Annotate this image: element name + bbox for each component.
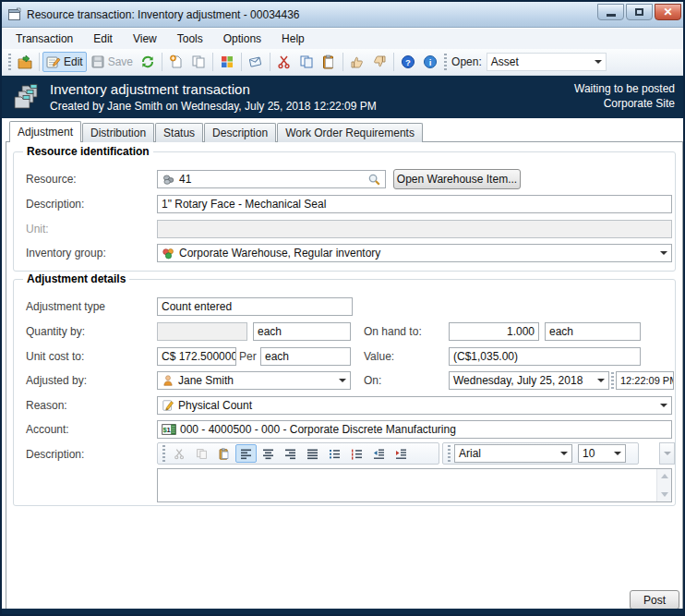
menu-view[interactable]: View (123, 30, 167, 48)
tab-status[interactable]: Status (155, 123, 203, 142)
toolbar-separator (162, 53, 162, 71)
increase-indent-button[interactable] (391, 444, 412, 463)
description-textarea[interactable] (157, 468, 672, 502)
scroll-down-icon[interactable] (657, 488, 671, 501)
open-transaction-button[interactable] (14, 52, 36, 72)
windows-button[interactable] (216, 52, 238, 72)
unit-cost-to-value: C$ 172.500000 (162, 350, 236, 363)
font-size-value: 10 (583, 447, 595, 460)
window-icon (7, 7, 22, 22)
app-window: Resource transaction: Inventory adjustme… (0, 0, 685, 616)
resource-value: 41 (179, 173, 191, 186)
edit-button[interactable]: Edit (42, 52, 87, 72)
new-document-icon (169, 54, 184, 69)
on-label: On: (364, 371, 381, 390)
unit-cost-to-field[interactable]: C$ 172.500000 (157, 347, 236, 366)
main-toolbar: Edit Save (2, 49, 683, 76)
toolbar-grip (8, 54, 11, 70)
cut-button[interactable] (273, 52, 295, 72)
window-bottom-edge (2, 609, 683, 614)
svg-text:1: 1 (167, 426, 171, 434)
resource-field[interactable]: 41 (157, 170, 386, 188)
help-button[interactable]: ? (397, 52, 419, 72)
per-unit-value: each (265, 350, 289, 363)
paste-button[interactable] (318, 52, 340, 72)
chevron-down-icon (660, 404, 667, 411)
search-icon[interactable] (367, 173, 381, 187)
info-button[interactable]: i (419, 52, 441, 72)
value-label: Value: (364, 347, 394, 366)
tab-description[interactable]: Description (204, 123, 276, 142)
toolbar-separator (241, 53, 242, 71)
site-text: Corporate Site (574, 96, 675, 111)
menu-tools[interactable]: Tools (167, 30, 213, 48)
unit-label: Unit: (26, 220, 49, 238)
toolbar-grip (162, 445, 165, 462)
reason-value: Physical Count (178, 399, 252, 412)
on-hand-to-field[interactable]: 1.000 (449, 322, 539, 341)
account-field[interactable]: $1 000 - 4000500 - 000 - Corporate Discr… (157, 420, 672, 439)
copy-button[interactable] (295, 52, 318, 72)
textarea-scrollbar[interactable] (656, 469, 671, 501)
bullet-list-button[interactable] (324, 444, 345, 463)
header-title: Inventory adjustment transaction (50, 81, 250, 97)
on-time-spinner[interactable]: 12:22:09 PM (616, 371, 674, 390)
justify-button[interactable] (302, 444, 323, 463)
inventory-group-label: Inventory group: (26, 244, 106, 262)
numbered-list-button[interactable] (346, 444, 367, 463)
on-date-combo[interactable]: Wednesday, July 25, 2018 (449, 371, 609, 390)
adjusted-by-value: Jane Smith (178, 374, 234, 387)
menu-transaction[interactable]: Transaction (6, 30, 83, 48)
refresh-icon (140, 54, 155, 69)
adjusted-by-combo[interactable]: Jane Smith (157, 371, 351, 390)
refresh-button[interactable] (137, 52, 159, 72)
toolbar-overflow-button (659, 442, 675, 465)
quantity-by-field (157, 322, 247, 341)
decrease-indent-button[interactable] (368, 444, 390, 463)
tab-distribution[interactable]: Distribution (82, 123, 154, 142)
windows-logo-icon (220, 54, 234, 69)
copy-text-button (191, 444, 212, 463)
align-left-button[interactable] (235, 444, 257, 463)
align-center-button[interactable] (258, 444, 279, 463)
align-right-button[interactable] (280, 444, 301, 463)
maximize-button[interactable] (626, 4, 653, 20)
richtext-toolbar-font: Arial 10 (442, 442, 639, 465)
edit-icon (46, 54, 61, 69)
post-button[interactable]: Post (630, 590, 679, 610)
menu-edit[interactable]: Edit (83, 30, 123, 48)
tab-adjustment[interactable]: Adjustment (9, 121, 81, 142)
font-name-combo[interactable]: Arial (454, 444, 572, 463)
send-button[interactable] (245, 52, 267, 72)
on-hand-to-unit-field: each (545, 322, 641, 341)
menu-help[interactable]: Help (271, 30, 315, 48)
new-transaction-button[interactable] (165, 52, 187, 72)
description-editor-label: Description: (26, 445, 84, 464)
reason-combo[interactable]: Physical Count (157, 396, 672, 415)
cut-text-button (169, 444, 190, 463)
inventory-group-value: Corporate Warehouse, Regular inventory (179, 247, 380, 260)
paste-text-button[interactable] (213, 444, 234, 463)
approve-button[interactable] (346, 52, 368, 72)
open-warehouse-item-button[interactable]: Open Warehouse Item... (393, 169, 521, 189)
adjustment-details-title: Adjustment details (23, 272, 129, 285)
open-combo[interactable]: Asset (487, 53, 607, 71)
cut-icon (174, 448, 186, 460)
inventory-group-combo[interactable]: Corporate Warehouse, Regular inventory (157, 244, 672, 262)
toolbar-grip (448, 445, 451, 462)
minimize-button[interactable] (597, 4, 624, 20)
save-button-label: Save (108, 55, 133, 68)
open-folder-icon (18, 54, 32, 69)
scroll-up-icon[interactable] (657, 469, 671, 483)
reject-button[interactable] (368, 52, 391, 72)
copy-transaction-button[interactable] (187, 52, 210, 72)
thumbs-down-icon (372, 54, 387, 69)
svg-text:?: ? (405, 57, 411, 67)
tab-work-order-requirements[interactable]: Work Order Requirements (277, 123, 423, 142)
toolbar-separator (212, 53, 213, 71)
font-size-combo[interactable]: 10 (578, 444, 626, 463)
menu-options[interactable]: Options (213, 30, 271, 48)
unit-field (157, 220, 672, 238)
close-button[interactable]: ✕ (655, 4, 681, 20)
reason-pencil-icon (162, 399, 174, 412)
